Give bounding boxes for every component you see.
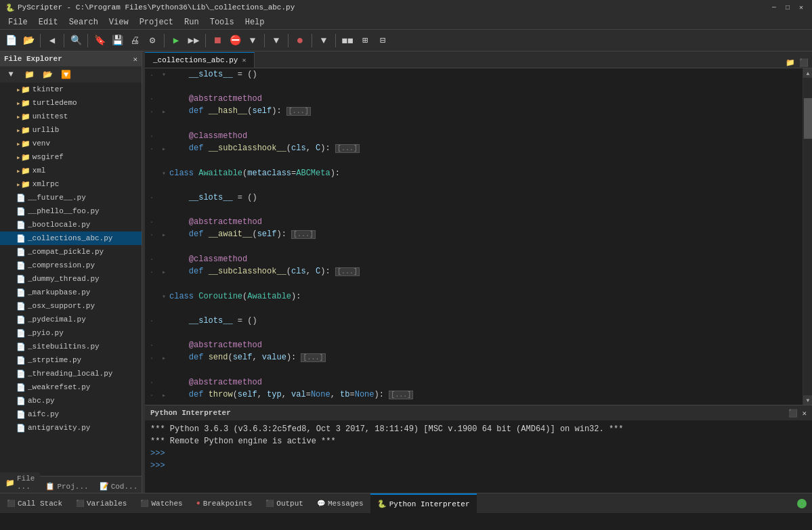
tab-call-stack[interactable]: ⬛ Call Stack — [0, 493, 69, 513]
code-line-1: · ▾ __slots__ = () — [145, 68, 803, 81]
fold-marker-17[interactable]: ▸ — [158, 265, 169, 278]
fe-item-wsgiref[interactable]: ▸📁wsgiref — [0, 150, 142, 164]
tab-breakpoints[interactable]: ● Breakpoints — [190, 493, 259, 513]
menu-project[interactable]: Project — [134, 16, 179, 28]
toolbar-btn-5[interactable]: 🔖 — [91, 32, 108, 49]
new-file-button[interactable]: 📄 — [3, 32, 19, 49]
editor-icon-2[interactable]: ⬛ — [798, 57, 809, 68]
panel-tab-file[interactable]: 📁 File ... — [0, 472, 40, 493]
toolbar-btn-16[interactable]: ◼◼ — [339, 32, 356, 49]
fe-item-xml[interactable]: ▸📁xml — [0, 164, 142, 177]
tab-variables[interactable]: ⬛ Variables — [69, 493, 133, 513]
debug-button[interactable]: ▶▶ — [186, 32, 202, 49]
fe-item-compression[interactable]: 📄_compression.py — [0, 259, 142, 272]
toolbar-btn-18[interactable]: ⊟ — [375, 32, 391, 49]
fe-item-turtledemo[interactable]: ▸📁turtledemo — [0, 96, 142, 110]
tab-output[interactable]: ⬛ Output — [259, 493, 310, 513]
interp-icon-1[interactable]: ⬛ — [788, 409, 798, 418]
fe-item-urllib[interactable]: ▸📁urllib — [0, 123, 142, 137]
fe-item-pyio[interactable]: 📄_pyio.py — [0, 326, 142, 340]
fe-item-markupbase[interactable]: 📄_markupbase.py — [0, 286, 142, 299]
run-button[interactable]: ▶ — [168, 32, 184, 49]
fe-item-osx-support[interactable]: 📄_osx_support.py — [0, 299, 142, 313]
toolbar-btn-3[interactable]: ◀ — [44, 32, 60, 49]
fold-marker-24[interactable]: ▸ — [158, 351, 169, 364]
toolbar-btn-6[interactable]: 💾 — [109, 32, 125, 49]
fe-item-phello[interactable]: 📄__phello__foo.py — [0, 204, 142, 218]
maximize-button[interactable]: □ — [782, 3, 793, 12]
fe-item-venv[interactable]: ▸📁venv — [0, 137, 142, 150]
fe-item-strptime[interactable]: 📄_strptime.py — [0, 353, 142, 367]
fe-filter-button[interactable]: 🔽 — [58, 66, 74, 83]
tab-watches[interactable]: ⬛ Watches — [133, 493, 189, 513]
fe-item-threading-local[interactable]: 📄_threading_local.py — [0, 367, 142, 380]
minimize-button[interactable]: ─ — [769, 3, 779, 12]
fe-item-pydecimal[interactable]: 📄_pydecimal.py — [0, 313, 142, 326]
editor-tab-collections-abc[interactable]: _collections_abc.py ✕ — [145, 52, 255, 68]
stop-button[interactable]: ⏹ — [209, 32, 226, 49]
fold-marker-7[interactable]: ▸ — [158, 142, 169, 155]
menu-file[interactable]: File — [3, 16, 33, 28]
code-line-21: · __slots__ = () — [145, 315, 803, 327]
menu-edit[interactable]: Edit — [33, 16, 64, 28]
fe-nav-button[interactable]: 📂 — [39, 66, 56, 83]
search-button[interactable]: 🔍 — [68, 32, 84, 49]
toolbar-btn-12[interactable]: ▼ — [244, 32, 261, 49]
fe-item-sitebuiltins[interactable]: 📄_sitebuiltins.py — [0, 340, 142, 353]
panel-tabs: 📁 File ... 📋 Proj... 📝 Cod... — [0, 476, 142, 493]
fe-item-weakrefset[interactable]: 📄_weakrefset.py — [0, 380, 142, 394]
fe-folder-button[interactable]: 📁 — [21, 66, 37, 83]
fold-marker-19[interactable]: ▾ — [158, 290, 169, 303]
fe-item-abc[interactable]: 📄abc.py — [0, 394, 142, 407]
fe-item-bootlocale[interactable]: 📄_bootlocale.py — [0, 218, 142, 231]
fe-item-future[interactable]: 📄__future__.py — [0, 191, 142, 204]
python-interp-label: Python Interpreter — [389, 500, 470, 508]
toolbar-btn-13[interactable]: ▼ — [268, 32, 284, 49]
scroll-down-button[interactable]: ▼ — [803, 395, 812, 405]
close-button[interactable]: ✕ — [796, 3, 807, 12]
fold-marker-1[interactable]: ▾ — [158, 68, 169, 81]
editor-tabs: _collections_abc.py ✕ 📁 ⬛ — [145, 51, 812, 68]
code-line-12 — [145, 204, 803, 216]
toolbar-btn-11[interactable]: ⛔ — [227, 32, 243, 49]
scroll-thumb[interactable] — [804, 98, 812, 139]
toolbar-btn-7[interactable]: 🖨 — [127, 32, 143, 49]
code-editor[interactable]: · ▾ __slots__ = () · — [145, 68, 803, 405]
scroll-up-button[interactable]: ▲ — [803, 68, 812, 78]
toolbar-btn-14[interactable]: ● — [292, 32, 308, 49]
fold-marker-9[interactable]: ▾ — [158, 167, 169, 179]
fe-item-unittest[interactable]: ▸📁unittest — [0, 110, 142, 123]
scroll-track[interactable] — [803, 78, 812, 395]
open-button[interactable]: 📂 — [20, 32, 37, 49]
fold-marker-4[interactable]: ▸ — [158, 105, 169, 118]
panel-tab-project[interactable]: 📋 Proj... — [40, 480, 93, 493]
menu-tools[interactable]: Tools — [205, 16, 240, 28]
fe-item-dummy-thread[interactable]: 📄_dummy_thread.py — [0, 272, 142, 286]
menu-view[interactable]: View — [104, 16, 134, 28]
fe-item-collections-abc[interactable]: 📄_collections_abc.py — [0, 231, 142, 245]
fe-expand-button[interactable]: ▼ — [3, 66, 19, 83]
editor-icon-1[interactable]: 📁 — [785, 57, 796, 68]
fold-marker-14[interactable]: ▸ — [158, 228, 169, 241]
fe-item-tkinter[interactable]: ▸📁tkinter — [0, 83, 142, 96]
toolbar-btn-8[interactable]: ⚙ — [144, 32, 161, 49]
interp-close[interactable]: ✕ — [802, 409, 807, 418]
interpreter-content[interactable]: *** Python 3.6.3 (v3.6.3:2c5fed8, Oct 3 … — [145, 420, 812, 493]
tab-messages[interactable]: 💬 Messages — [310, 493, 370, 513]
fe-item-xmlrpc[interactable]: ▸📁xmlrpc — [0, 177, 142, 191]
fe-item-compat-pickle[interactable]: 📄_compat_pickle.py — [0, 245, 142, 259]
fe-item-antigravity[interactable]: 📄antigravity.py — [0, 421, 142, 435]
menu-help[interactable]: Help — [240, 16, 270, 28]
toolbar-btn-15[interactable]: ▼ — [316, 32, 332, 49]
toolbar-btn-17[interactable]: ⊞ — [357, 32, 373, 49]
fe-item-aifc[interactable]: 📄aifc.py — [0, 407, 142, 421]
menu-search[interactable]: Search — [64, 16, 104, 28]
tab-close-button[interactable]: ✕ — [242, 56, 246, 64]
menu-run[interactable]: Run — [179, 16, 205, 28]
panel-tab-code[interactable]: 📝 Cod... — [94, 480, 142, 493]
file-explorer-close[interactable]: ✕ — [133, 55, 137, 64]
editor-scrollbar[interactable]: ▲ ▼ — [803, 68, 812, 405]
tab-filename: _collections_abc.py — [153, 56, 238, 64]
tab-python-interpreter[interactable]: 🐍 Python Interpreter — [370, 493, 477, 513]
fold-marker-27[interactable]: ▸ — [158, 389, 169, 401]
